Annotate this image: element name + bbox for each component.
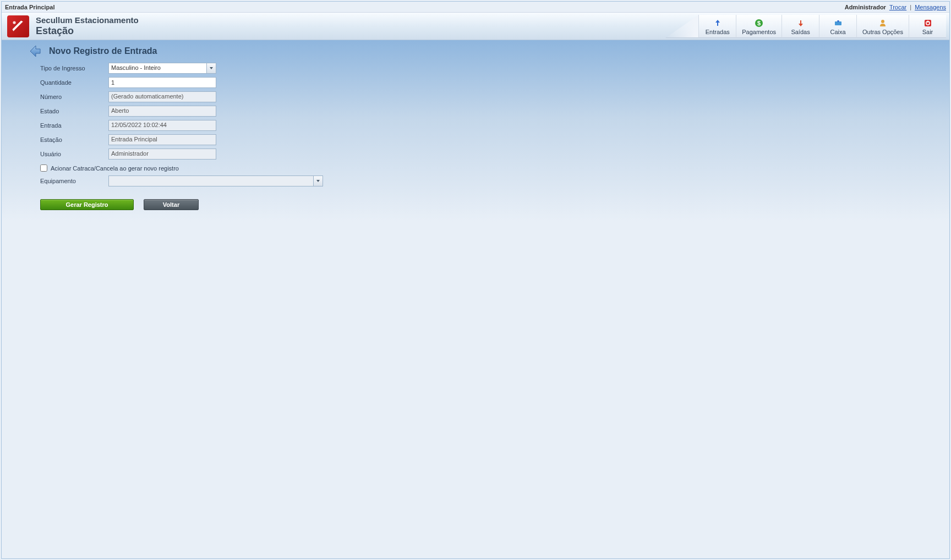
nav-saidas[interactable]: Saídas <box>781 15 819 38</box>
chevron-down-icon[interactable] <box>206 63 216 74</box>
usuario-field: Administrador <box>108 149 216 160</box>
back-arrow-icon <box>27 43 42 59</box>
nav-outras-opcoes[interactable]: Outras Opções <box>856 15 909 38</box>
label-quantidade: Quantidade <box>40 79 108 86</box>
nav-label: Caixa <box>830 29 845 35</box>
app-title: Secullum Estacionamento Estação <box>36 15 139 37</box>
app-title-line2: Estação <box>36 25 139 37</box>
top-bar: Entrada Principal Administrador Trocar |… <box>2 2 949 13</box>
svg-rect-8 <box>927 20 928 23</box>
label-usuario: Usuário <box>40 151 108 157</box>
button-label: Gerar Registro <box>65 201 108 208</box>
nav-label: Pagamentos <box>742 29 776 35</box>
current-user: Administrador <box>845 4 886 10</box>
label-entrada: Entrada <box>40 122 108 129</box>
arrow-in-icon <box>713 19 722 28</box>
nav-entradas[interactable]: Entradas <box>698 15 736 38</box>
app-logo-icon <box>7 15 29 37</box>
arrow-out-icon <box>796 19 805 28</box>
nav-label: Sair <box>922 29 933 35</box>
messages-link[interactable]: Mensagens <box>915 4 946 10</box>
gerar-registro-button[interactable]: Gerar Registro <box>40 199 134 210</box>
estacao-field: Entrada Principal <box>108 134 216 145</box>
nav-lead-wedge <box>665 15 698 38</box>
cash-icon <box>834 19 843 28</box>
chevron-down-icon[interactable] <box>313 175 323 186</box>
person-icon <box>878 19 887 28</box>
power-icon <box>923 19 932 28</box>
nav-label: Outras Opções <box>862 29 903 35</box>
nav-pagamentos[interactable]: $ Pagamentos <box>736 15 781 38</box>
entry-form: Tipo de Ingresso Masculino - Inteiro Qua… <box>2 62 398 210</box>
label-numero: Número <box>40 94 108 100</box>
content-area: Novo Registro de Entrada Tipo de Ingress… <box>2 40 949 558</box>
svg-point-5 <box>881 20 884 23</box>
topbar-separator: | <box>910 4 911 10</box>
page-title: Novo Registro de Entrada <box>49 46 157 56</box>
button-label: Voltar <box>163 201 179 208</box>
change-user-link[interactable]: Trocar <box>889 4 906 10</box>
dollar-icon: $ <box>755 19 763 28</box>
estado-field: Aberto <box>108 106 216 117</box>
page-heading: Novo Registro de Entrada <box>2 40 949 62</box>
nav-label: Saídas <box>791 29 810 35</box>
nav-sair[interactable]: Sair <box>909 15 946 38</box>
voltar-button[interactable]: Voltar <box>144 199 199 210</box>
acionar-checkbox-label: Acionar Catraca/Cancela ao gerar novo re… <box>51 165 179 172</box>
numero-field: (Gerado automaticamente) <box>108 91 216 102</box>
label-tipo-ingresso: Tipo de Ingresso <box>40 65 108 72</box>
entrada-field: 12/05/2022 10:02:44 <box>108 120 216 131</box>
station-name: Entrada Principal <box>5 4 54 10</box>
acionar-checkbox[interactable] <box>40 164 47 172</box>
label-estacao: Estação <box>40 136 108 143</box>
equipamento-value <box>108 175 313 186</box>
svg-rect-4 <box>837 20 839 22</box>
svg-point-0 <box>13 21 15 24</box>
label-equipamento: Equipamento <box>40 178 108 184</box>
quantidade-input[interactable] <box>108 77 216 88</box>
nav-caixa[interactable]: Caixa <box>819 15 856 38</box>
label-estado: Estado <box>40 108 108 114</box>
app-frame: Entrada Principal Administrador Trocar |… <box>1 1 950 559</box>
tipo-ingresso-select[interactable]: Masculino - Inteiro <box>108 63 216 74</box>
tipo-ingresso-value: Masculino - Inteiro <box>108 63 206 74</box>
svg-rect-3 <box>835 21 841 25</box>
app-title-line1: Secullum Estacionamento <box>36 15 139 25</box>
main-nav: Entradas $ Pagamentos Saídas Caixa <box>665 15 946 38</box>
nav-label: Entradas <box>706 29 730 35</box>
equipamento-select[interactable] <box>108 175 323 186</box>
app-header: Secullum Estacionamento Estação Entradas… <box>2 13 949 40</box>
svg-text:$: $ <box>757 20 761 26</box>
